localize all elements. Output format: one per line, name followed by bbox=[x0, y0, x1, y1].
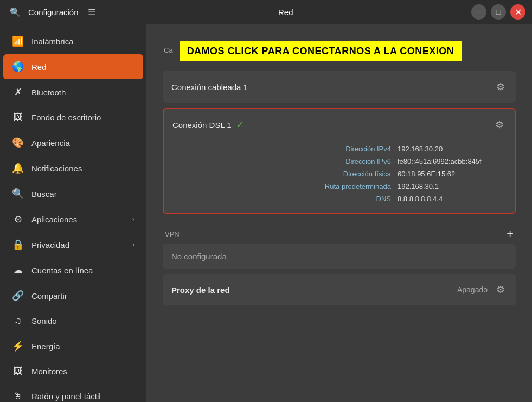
main-layout: 📶 Inalámbrica 🌎 Red ✗ Bluetooth 🖼 Fondo … bbox=[0, 24, 532, 402]
proxy-status: Apagado bbox=[457, 285, 488, 294]
ipv6-row: Dirección IPv6 fe80::451a:6992:acbb:845f bbox=[172, 155, 506, 168]
search-sidebar-icon: 🔍 bbox=[12, 188, 24, 200]
ipv4-value: 192.168.30.20 bbox=[398, 145, 506, 153]
sidebar-item-label: Aplicaciones bbox=[31, 215, 77, 224]
sidebar: 📶 Inalámbrica 🌎 Red ✗ Bluetooth 🖼 Fondo … bbox=[0, 24, 146, 402]
wifi-icon: 📶 bbox=[12, 35, 24, 47]
dns-row: DNS 8.8.8.8 8.8.4.4 bbox=[172, 193, 506, 205]
power-icon: ⚡ bbox=[12, 340, 24, 352]
sidebar-item-bluetooth[interactable]: ✗ Bluetooth bbox=[3, 80, 143, 105]
sound-icon: ♫ bbox=[12, 315, 24, 327]
ipv6-value: fe80::451a:6992:acbb:845f bbox=[398, 157, 506, 165]
sidebar-item-compartir[interactable]: 🔗 Compartir bbox=[3, 283, 143, 308]
lock-icon: 🔒 bbox=[12, 239, 24, 251]
dns-label: DNS bbox=[304, 195, 391, 203]
bluetooth-icon: ✗ bbox=[12, 86, 24, 98]
sidebar-item-raton-panel[interactable]: 🖰 Ratón y panel táctil bbox=[3, 384, 143, 402]
wired-connection-name: Conexión cableada 1 bbox=[171, 82, 248, 92]
proxy-right: Apagado ⚙ bbox=[457, 282, 507, 298]
sidebar-item-inalambrica[interactable]: 📶 Inalámbrica bbox=[3, 29, 143, 54]
sidebar-item-label: Cuentas en línea bbox=[31, 266, 93, 275]
dns-value: 8.8.8.8 8.8.4.4 bbox=[398, 195, 506, 203]
proxy-card: Proxy de la red Apagado ⚙ bbox=[163, 274, 516, 305]
mac-value: 60:18:95:6E:15:62 bbox=[398, 170, 506, 178]
window-controls: ─ □ ✕ bbox=[471, 4, 525, 20]
route-value: 192.168.30.1 bbox=[398, 182, 506, 190]
wired-connection-row: Conexión cableada 1 ⚙ bbox=[163, 71, 516, 103]
sidebar-item-label: Ratón y panel táctil bbox=[31, 392, 101, 401]
vpn-no-config-label: No configurada bbox=[171, 252, 227, 261]
cloud-icon: ☁ bbox=[12, 264, 24, 276]
minimize-button[interactable]: ─ bbox=[471, 4, 486, 20]
sidebar-item-sonido[interactable]: ♫ Sonido bbox=[3, 309, 143, 333]
dsl-settings-button[interactable]: ⚙ bbox=[493, 117, 506, 133]
wired-settings-button[interactable]: ⚙ bbox=[494, 79, 507, 95]
dsl-connection-row: Conexión DSL 1 ✓ ⚙ bbox=[164, 109, 515, 141]
sidebar-item-apariencia[interactable]: 🎨 Apariencia bbox=[3, 130, 143, 155]
ipv6-label: Dirección IPv6 bbox=[304, 157, 391, 165]
chevron-right-icon: › bbox=[132, 215, 134, 223]
bell-icon: 🔔 bbox=[12, 162, 24, 174]
maximize-button[interactable]: □ bbox=[491, 4, 506, 20]
sidebar-item-label: Privacidad bbox=[31, 240, 69, 250]
share-icon: 🔗 bbox=[12, 290, 24, 302]
chevron-right-icon: › bbox=[132, 241, 134, 248]
vpn-add-button[interactable]: + bbox=[507, 228, 514, 240]
sidebar-item-label: Fondo de escritorio bbox=[31, 113, 101, 122]
content-area: Ca DAMOS CLICK PARA CONECTARNOS A LA CON… bbox=[146, 24, 532, 402]
sidebar-item-buscar[interactable]: 🔍 Buscar bbox=[3, 181, 143, 206]
wired-connection-card[interactable]: Conexión cableada 1 ⚙ bbox=[163, 71, 516, 103]
ipv4-label: Dirección IPv4 bbox=[304, 145, 391, 153]
desktop-icon: 🖼 bbox=[12, 112, 24, 123]
checkmark-icon: ✓ bbox=[236, 119, 244, 131]
sidebar-item-label: Energía bbox=[31, 342, 60, 351]
sidebar-item-monitores[interactable]: 🖼 Monitores bbox=[3, 359, 143, 384]
sidebar-item-label: Compartir bbox=[31, 291, 67, 301]
proxy-label: Proxy de la red bbox=[171, 285, 230, 295]
vpn-card: No configurada bbox=[163, 244, 516, 269]
dsl-details: Dirección IPv4 192.168.30.20 Dirección I… bbox=[164, 141, 515, 213]
sidebar-item-red[interactable]: 🌎 Red bbox=[3, 54, 143, 79]
sidebar-item-label: Bluetooth bbox=[31, 88, 66, 97]
sidebar-item-label: Notificaciones bbox=[31, 164, 82, 173]
annotation-banner: DAMOS CLICK PARA CONECTARNOS A LA CONEXI… bbox=[180, 41, 462, 61]
sidebar-item-privacidad[interactable]: 🔒 Privacidad › bbox=[3, 232, 143, 257]
sidebar-item-label: Apariencia bbox=[31, 138, 70, 148]
titlebar: 🔍 Configuración ☰ Red ─ □ ✕ bbox=[0, 0, 532, 24]
mac-row: Dirección física 60:18:95:6E:15:62 bbox=[172, 168, 506, 180]
vpn-title: VPN bbox=[165, 230, 180, 238]
dsl-connection-card[interactable]: Conexión DSL 1 ✓ ⚙ Dirección IPv4 192.16… bbox=[163, 108, 516, 214]
mac-label: Dirección física bbox=[304, 170, 391, 178]
monitor-icon: 🖼 bbox=[12, 366, 24, 377]
sidebar-item-fondo-escritorio[interactable]: 🖼 Fondo de escritorio bbox=[3, 105, 143, 130]
sidebar-item-label: Buscar bbox=[31, 189, 57, 199]
appearance-icon: 🎨 bbox=[12, 137, 24, 149]
route-row: Ruta predeterminada 192.168.30.1 bbox=[172, 180, 506, 193]
sidebar-item-cuentas-linea[interactable]: ☁ Cuentas en línea bbox=[3, 258, 143, 283]
section-label: Ca bbox=[163, 46, 173, 54]
dsl-connection-name: Conexión DSL 1 ✓ bbox=[172, 119, 244, 131]
mouse-icon: 🖰 bbox=[12, 391, 24, 402]
sidebar-item-label: Monitores bbox=[31, 367, 67, 376]
apps-icon: ⊛ bbox=[12, 213, 24, 225]
vpn-header: VPN + bbox=[163, 219, 516, 244]
proxy-settings-button[interactable]: ⚙ bbox=[494, 282, 507, 298]
sidebar-item-label: Inalámbrica bbox=[31, 37, 74, 46]
route-label: Ruta predeterminada bbox=[304, 182, 391, 190]
sidebar-item-notificaciones[interactable]: 🔔 Notificaciones bbox=[3, 156, 143, 181]
menu-icon[interactable]: ☰ bbox=[83, 3, 100, 21]
ipv4-row: Dirección IPv4 192.168.30.20 bbox=[172, 143, 506, 155]
app-name: Configuración bbox=[28, 8, 79, 17]
globe-icon: 🌎 bbox=[12, 61, 24, 73]
sidebar-item-label: Red bbox=[31, 62, 47, 72]
sidebar-item-energia[interactable]: ⚡ Energía bbox=[3, 334, 143, 359]
window-title: Red bbox=[100, 8, 471, 17]
sidebar-item-aplicaciones[interactable]: ⊛ Aplicaciones › bbox=[3, 207, 143, 232]
sidebar-item-label: Sonido bbox=[31, 316, 57, 326]
search-icon[interactable]: 🔍 bbox=[7, 3, 24, 21]
close-button[interactable]: ✕ bbox=[510, 4, 525, 20]
